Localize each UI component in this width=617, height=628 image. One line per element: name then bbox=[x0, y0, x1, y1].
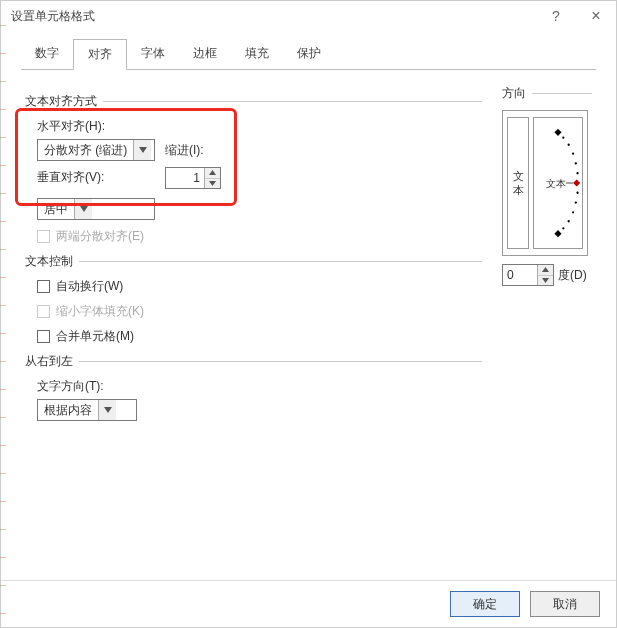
orientation-control[interactable]: 文 本 bbox=[502, 110, 588, 256]
svg-point-3 bbox=[575, 162, 577, 164]
vertical-text-char2: 本 bbox=[513, 183, 524, 197]
chevron-up-icon[interactable] bbox=[205, 168, 220, 179]
content-area: 文本对齐方式 水平对齐(H): 分散对齐 (缩进) 缩进(I): bbox=[1, 71, 616, 580]
svg-point-2 bbox=[572, 153, 574, 155]
indent-value: 1 bbox=[166, 168, 204, 188]
text-direction-combo[interactable]: 根据内容 bbox=[37, 399, 137, 421]
tab-strip: 数字 对齐 字体 边框 填充 保护 bbox=[1, 31, 616, 71]
svg-point-0 bbox=[562, 137, 564, 139]
button-bar: 确定 取消 bbox=[1, 580, 616, 627]
merge-cells-checkbox[interactable]: 合并单元格(M) bbox=[37, 328, 482, 345]
group-title-orientation: 方向 bbox=[502, 85, 532, 102]
vertical-align-combo[interactable]: 居中 bbox=[37, 198, 155, 220]
chevron-down-icon bbox=[98, 400, 116, 420]
group-title-alignment: 文本对齐方式 bbox=[25, 93, 103, 110]
checkbox-icon bbox=[37, 230, 50, 243]
chevron-down-icon bbox=[74, 199, 92, 219]
spinner-arrows bbox=[537, 265, 553, 285]
indent-label: 缩进(I): bbox=[165, 142, 204, 159]
degrees-label: 度(D) bbox=[558, 267, 587, 284]
orientation-vertical-text-button[interactable]: 文 本 bbox=[507, 117, 529, 249]
orientation-arc[interactable]: 文本 bbox=[533, 117, 583, 249]
justify-distributed-checkbox: 两端分散对齐(E) bbox=[37, 228, 482, 245]
merge-cells-label: 合并单元格(M) bbox=[56, 328, 134, 345]
horizontal-align-value: 分散对齐 (缩进) bbox=[38, 142, 133, 159]
chevron-down-icon bbox=[133, 140, 151, 160]
shrink-to-fit-label: 缩小字体填充(K) bbox=[56, 303, 144, 320]
group-orientation: 方向 bbox=[502, 85, 592, 102]
text-direction-value: 根据内容 bbox=[38, 402, 98, 419]
dialog-title: 设置单元格格式 bbox=[11, 8, 536, 25]
wrap-text-checkbox[interactable]: 自动换行(W) bbox=[37, 278, 482, 295]
tab-number[interactable]: 数字 bbox=[21, 39, 73, 70]
chevron-up-icon[interactable] bbox=[538, 265, 553, 276]
group-rtl: 从右到左 bbox=[25, 353, 482, 370]
group-title-text-control: 文本控制 bbox=[25, 253, 79, 270]
close-button[interactable]: × bbox=[576, 1, 616, 31]
vertical-align-value: 居中 bbox=[38, 201, 74, 218]
arc-text-label: 文本 bbox=[546, 178, 566, 189]
degrees-spinner[interactable]: 0 bbox=[502, 264, 554, 286]
checkbox-icon bbox=[37, 280, 50, 293]
help-button[interactable]: ? bbox=[536, 1, 576, 31]
titlebar: 设置单元格格式 ? × bbox=[1, 1, 616, 31]
justify-distributed-label: 两端分散对齐(E) bbox=[56, 228, 144, 245]
group-text-control: 文本控制 bbox=[25, 253, 482, 270]
horizontal-align-label: 水平对齐(H): bbox=[37, 118, 482, 135]
text-direction-label: 文字方向(T): bbox=[37, 378, 482, 395]
left-column: 文本对齐方式 水平对齐(H): 分散对齐 (缩进) 缩进(I): bbox=[25, 85, 502, 421]
tab-font[interactable]: 字体 bbox=[127, 39, 179, 70]
svg-point-5 bbox=[576, 192, 578, 194]
group-title-rtl: 从右到左 bbox=[25, 353, 79, 370]
svg-point-1 bbox=[568, 144, 570, 146]
horizontal-align-combo[interactable]: 分散对齐 (缩进) bbox=[37, 139, 155, 161]
indent-spinner[interactable]: 1 bbox=[165, 167, 221, 189]
svg-point-6 bbox=[575, 201, 577, 203]
spinner-arrows bbox=[204, 168, 220, 188]
svg-point-4 bbox=[576, 172, 578, 174]
chevron-down-icon[interactable] bbox=[538, 276, 553, 286]
checkbox-icon bbox=[37, 330, 50, 343]
tab-alignment[interactable]: 对齐 bbox=[73, 39, 127, 70]
shrink-to-fit-checkbox: 缩小字体填充(K) bbox=[37, 303, 482, 320]
degrees-value: 0 bbox=[503, 265, 537, 285]
vertical-align-label: 垂直对齐(V): bbox=[37, 169, 155, 186]
chevron-down-icon[interactable] bbox=[205, 179, 220, 189]
wrap-text-label: 自动换行(W) bbox=[56, 278, 123, 295]
ok-button[interactable]: 确定 bbox=[450, 591, 520, 617]
checkbox-icon bbox=[37, 305, 50, 318]
tab-protection[interactable]: 保护 bbox=[283, 39, 335, 70]
cancel-button[interactable]: 取消 bbox=[530, 591, 600, 617]
group-text-alignment: 文本对齐方式 bbox=[25, 93, 482, 110]
format-cells-dialog: 设置单元格格式 ? × 数字 对齐 字体 边框 填充 保护 文本对齐方式 水平对… bbox=[0, 0, 617, 628]
vertical-text-char1: 文 bbox=[513, 169, 524, 183]
svg-point-8 bbox=[568, 220, 570, 222]
right-column: 方向 文 本 bbox=[502, 85, 592, 421]
svg-point-9 bbox=[562, 227, 564, 229]
tab-border[interactable]: 边框 bbox=[179, 39, 231, 70]
svg-point-7 bbox=[572, 211, 574, 213]
tab-fill[interactable]: 填充 bbox=[231, 39, 283, 70]
